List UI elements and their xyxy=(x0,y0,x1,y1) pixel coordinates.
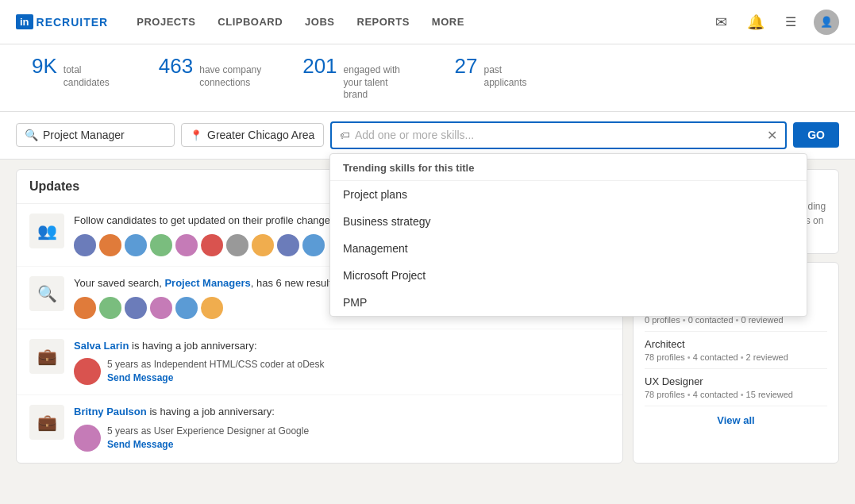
search-icon: 🔍 xyxy=(25,129,38,141)
britny-avatar xyxy=(74,425,101,452)
avatar-8[interactable] xyxy=(252,234,274,256)
nav-icon-area: ✉ 🔔 ☰ 👤 xyxy=(709,10,839,35)
salva-send-msg[interactable]: Send Message xyxy=(107,372,173,383)
linkedin-logo-icon: in xyxy=(16,14,33,29)
skills-tag-icon: 🏷 xyxy=(340,129,350,141)
briefcase-icon-box-2: 💼 xyxy=(29,405,64,440)
savs-avatar-3[interactable] xyxy=(125,297,147,319)
title-search-field[interactable]: 🔍 Project Manager xyxy=(16,123,175,147)
avatar-7[interactable] xyxy=(226,234,248,256)
anniversary-1-role: 5 years as Independent HTML/CSS coder at… xyxy=(107,359,324,370)
skills-dropdown: Trending skills for this title Project p… xyxy=(329,153,807,317)
follow-icon-box: 👥 xyxy=(29,214,64,248)
salva-avatar xyxy=(74,358,101,385)
skills-field[interactable]: 🏷 Add one or more skills... ✕ xyxy=(330,121,787,149)
avatar-9[interactable] xyxy=(277,234,299,256)
stat-past-number: 27 xyxy=(455,54,478,79)
briefcase-icon-box: 💼 xyxy=(29,339,64,374)
nav-links: Projects Clipboard Jobs Reports More xyxy=(137,16,709,28)
nav-projects[interactable]: Projects xyxy=(137,16,195,28)
avatar[interactable]: 👤 xyxy=(814,10,839,35)
avatar-3[interactable] xyxy=(125,234,147,256)
savs-avatar-1[interactable] xyxy=(74,297,96,319)
mail-icon[interactable]: ✉ xyxy=(709,10,733,34)
anniversary-2-content: Britny Paulson is having a job anniversa… xyxy=(74,405,610,451)
top-nav: in RECRUITER Projects Clipboard Jobs Rep… xyxy=(0,0,855,44)
avatar-5[interactable] xyxy=(175,234,198,256)
britny-link[interactable]: Britny Paulson xyxy=(74,406,147,417)
savs-avatar-5[interactable] xyxy=(175,297,198,319)
anniversary-2-detail: 5 years as User Experience Designer at G… xyxy=(74,425,610,452)
search-icon-box: 🔍 xyxy=(29,276,64,311)
britny-send-msg[interactable]: Send Message xyxy=(107,439,173,450)
avatar-10[interactable] xyxy=(302,234,325,256)
activity-name-1: Architect xyxy=(645,338,827,350)
logo[interactable]: in RECRUITER xyxy=(16,14,108,29)
stat-connections-number: 463 xyxy=(159,54,193,79)
activity-row-1: Architect 78 profiles • 4 contacted • 2 … xyxy=(645,332,827,369)
savs-avatar-2[interactable] xyxy=(99,297,121,319)
savs-avatar-4[interactable] xyxy=(150,297,172,319)
avatar-6[interactable] xyxy=(201,234,223,256)
activity-row-2: UX Designer 78 profiles • 4 contacted • … xyxy=(645,369,827,406)
avatar-4[interactable] xyxy=(150,234,172,256)
stat-engaged: 201 engaged with your talent brand xyxy=(302,54,414,102)
stat-past-label: past applicants xyxy=(484,64,540,89)
stats-bar: 9K total candidates 463 have company con… xyxy=(0,44,855,112)
nav-more[interactable]: More xyxy=(432,16,464,28)
update-anniversary-1: 💼 Salva Larin is having a job anniversar… xyxy=(17,329,622,395)
search-link[interactable]: Project Managers xyxy=(164,277,250,289)
nav-jobs[interactable]: Jobs xyxy=(305,16,334,28)
stat-engaged-label: engaged with your talent brand xyxy=(344,64,415,102)
anniversary-1-text: Salva Larin is having a job anniversary: xyxy=(74,339,610,353)
stat-total-number: 9K xyxy=(32,54,57,79)
anniversary-1-content: Salva Larin is having a job anniversary:… xyxy=(74,339,610,385)
anniversary-1-detail: 5 years as Independent HTML/CSS coder at… xyxy=(74,358,610,385)
avatar-2[interactable] xyxy=(99,234,121,256)
anniversary-2-text: Britny Paulson is having a job anniversa… xyxy=(74,405,610,419)
logo-text: RECRUITER xyxy=(37,16,109,29)
search-bar: 🔍 Project Manager 📍 Greater Chicago Area… xyxy=(0,112,855,160)
nav-clipboard[interactable]: Clipboard xyxy=(218,16,283,28)
skills-placeholder: Add one or more skills... xyxy=(355,129,762,141)
activity-stats-2: 78 profiles • 4 contacted • 15 reviewed xyxy=(645,390,827,399)
activity-stats-1: 78 profiles • 4 contacted • 2 reviewed xyxy=(645,352,827,362)
stat-connections-label: have company connections xyxy=(199,64,263,89)
stat-total-label: total candidates xyxy=(64,64,119,89)
stat-past: 27 past applicants xyxy=(455,54,540,102)
dropdown-item-4[interactable]: PMP xyxy=(330,289,807,316)
pin-icon: 📍 xyxy=(190,129,202,141)
stat-total: 9K total candidates xyxy=(32,54,119,102)
view-all-link[interactable]: View all xyxy=(645,414,827,426)
title-search-value: Project Manager xyxy=(43,129,125,141)
clear-icon[interactable]: ✕ xyxy=(767,128,777,143)
dropdown-header: Trending skills for this title xyxy=(330,154,807,181)
update-anniversary-2: 💼 Britny Paulson is having a job anniver… xyxy=(17,395,622,460)
anniversary-2-role: 5 years as User Experience Designer at G… xyxy=(107,425,309,437)
nav-reports[interactable]: Reports xyxy=(357,16,410,28)
bell-icon[interactable]: 🔔 xyxy=(744,10,768,34)
savs-avatar-6[interactable] xyxy=(201,297,223,319)
stat-connections: 463 have company connections xyxy=(159,54,263,102)
dropdown-item-3[interactable]: Microsoft Project xyxy=(330,262,807,289)
go-button[interactable]: GO xyxy=(793,122,839,148)
avatar-1[interactable] xyxy=(74,234,96,256)
stat-engaged-number: 201 xyxy=(302,54,337,79)
dropdown-item-1[interactable]: Business strategy xyxy=(330,208,807,235)
activity-name-2: UX Designer xyxy=(645,375,827,387)
location-value: Greater Chicago Area xyxy=(207,129,314,141)
dropdown-item-2[interactable]: Management xyxy=(330,235,807,262)
dropdown-item-0[interactable]: Project plans xyxy=(330,181,807,208)
location-field[interactable]: 📍 Greater Chicago Area xyxy=(181,123,324,147)
salva-link[interactable]: Salva Larin xyxy=(74,340,129,352)
list-icon[interactable]: ☰ xyxy=(779,10,803,34)
